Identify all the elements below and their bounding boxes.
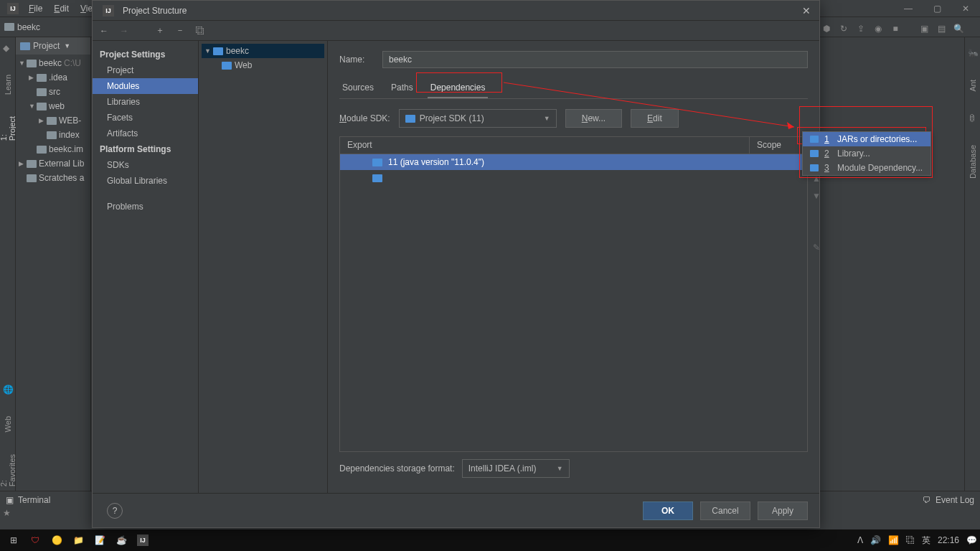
- module-sdk-combo[interactable]: Project SDK (11) ▼: [399, 109, 557, 128]
- terminal-icon[interactable]: ▣: [6, 495, 14, 505]
- tray-clock: 22:16: [938, 535, 959, 545]
- taskbar-app[interactable]: IJ: [132, 530, 154, 550]
- taskbar-app[interactable]: 🛡: [24, 530, 46, 550]
- start-button[interactable]: ⊞: [3, 530, 24, 550]
- settings-item-global-libraries[interactable]: Global Libraries: [93, 173, 198, 189]
- debug-icon[interactable]: ⬢: [821, 23, 832, 34]
- tray-notifications-icon[interactable]: 💬: [966, 535, 977, 545]
- dependency-row[interactable]: 11 (java version "11.0.4"): [340, 154, 807, 170]
- project-panel-header[interactable]: Project ▼: [16, 37, 90, 55]
- breadcrumb[interactable]: beekc: [4, 22, 40, 32]
- move-down-icon[interactable]: ▼: [811, 190, 822, 202]
- module-row[interactable]: Web: [202, 58, 324, 72]
- popup-item[interactable]: 3Module Dependency...: [803, 161, 930, 175]
- problems-item[interactable]: Problems: [93, 199, 198, 215]
- tray-up-icon[interactable]: ᐱ: [857, 535, 863, 545]
- menu-file[interactable]: File: [23, 2, 48, 15]
- tree-row[interactable]: beekc.im: [16, 142, 90, 156]
- settings-item-sdks[interactable]: SDKs: [93, 157, 198, 173]
- window-maximize[interactable]: ▢: [923, 0, 951, 17]
- run-toolbar: ▶ ⬢ ↻ ⇪ ◉ ■ ▣ ▤ 🔍: [804, 20, 964, 37]
- taskbar-app[interactable]: 📁: [67, 530, 89, 550]
- window-close[interactable]: ✕: [951, 0, 980, 17]
- tray-sound-icon[interactable]: 🔊: [870, 535, 881, 545]
- cancel-button[interactable]: Cancel: [700, 501, 750, 520]
- coverage-icon[interactable]: ↻: [838, 23, 849, 34]
- module-sdk-label: Module SDK:: [339, 113, 390, 123]
- popup-item[interactable]: 1JARs or directories...: [803, 132, 930, 146]
- tab-paths[interactable]: Paths: [388, 78, 416, 98]
- dependency-row[interactable]: [340, 170, 807, 186]
- ant-icon[interactable]: 🐜: [968, 48, 978, 58]
- profile-icon[interactable]: ⇪: [855, 23, 867, 34]
- settings-item-project[interactable]: Project: [93, 62, 198, 78]
- settings-item-modules[interactable]: Modules: [93, 78, 198, 94]
- attach-icon[interactable]: ◉: [872, 23, 884, 34]
- copy-icon[interactable]: ⿻: [194, 25, 206, 37]
- vcs-icon[interactable]: ▣: [918, 23, 930, 34]
- stop-icon[interactable]: ■: [890, 23, 901, 34]
- settings-item-artifacts[interactable]: Artifacts: [93, 126, 198, 141]
- tree-row[interactable]: ▼beekc C:\U: [16, 56, 90, 70]
- new-sdk-button[interactable]: New...: [565, 109, 622, 128]
- tray-wifi-icon[interactable]: 📶: [888, 535, 899, 545]
- project-panel-title: Project: [33, 41, 60, 51]
- ok-button[interactable]: OK: [643, 501, 693, 520]
- folder-icon: [27, 160, 37, 168]
- menu-edit[interactable]: Edit: [48, 2, 75, 15]
- eventlog-button[interactable]: Event Log: [936, 495, 974, 505]
- star-icon[interactable]: ★: [3, 508, 13, 518]
- learn-icon[interactable]: ◆: [3, 43, 13, 53]
- web-icon[interactable]: 🌐: [3, 385, 13, 395]
- gutter-ant[interactable]: Ant: [969, 80, 977, 92]
- tray-network-icon[interactable]: ⿻: [906, 535, 915, 545]
- dialog-close[interactable]: ✕: [799, 4, 814, 18]
- tree-row[interactable]: ▶External Lib: [16, 156, 90, 171]
- remove-icon[interactable]: －: [174, 25, 186, 37]
- taskbar-app[interactable]: ☕: [110, 530, 132, 550]
- taskbar-app[interactable]: 📝: [89, 530, 110, 550]
- back-icon[interactable]: ←: [98, 25, 110, 37]
- name-input[interactable]: [382, 51, 808, 68]
- storage-format-combo[interactable]: IntelliJ IDEA (.iml) ▼: [462, 459, 570, 478]
- project-panel: Project ▼ ▼beekc C:\U▶.ideasrc▼web▶WEB-i…: [16, 37, 91, 496]
- tree-row[interactable]: Scratches a: [16, 171, 90, 185]
- edit-sdk-button[interactable]: Edit: [631, 109, 679, 128]
- settings-item-libraries[interactable]: Libraries: [93, 94, 198, 110]
- folder-icon: [27, 174, 37, 182]
- tree-row[interactable]: src: [16, 85, 90, 99]
- taskbar-app[interactable]: 🟡: [46, 530, 67, 550]
- gutter-database[interactable]: Database: [969, 145, 977, 179]
- help-button[interactable]: ?: [107, 503, 123, 519]
- settings-item-facets[interactable]: Facets: [93, 110, 198, 126]
- windows-taskbar: ⊞ 🛡 🟡 📁 📝 ☕ IJ ᐱ 🔊 📶 ⿻ 英 22:16 💬: [0, 529, 980, 551]
- search-icon[interactable]: 🔍: [953, 23, 964, 34]
- chevron-down-icon[interactable]: ▼: [64, 42, 70, 50]
- tree-row[interactable]: index: [16, 128, 90, 142]
- tree-row[interactable]: ▶.idea: [16, 70, 90, 85]
- forward-icon[interactable]: →: [118, 25, 130, 37]
- folder-icon: [37, 103, 47, 110]
- tree-row[interactable]: ▼web: [16, 99, 90, 113]
- add-icon[interactable]: ＋: [154, 25, 166, 37]
- gutter-favorites[interactable]: 2: Favorites: [0, 454, 17, 486]
- breadcrumb-label: beekc: [17, 22, 40, 32]
- apply-button[interactable]: Apply: [758, 501, 808, 520]
- tab-sources[interactable]: Sources: [339, 78, 377, 98]
- module-row[interactable]: ▼beekc: [202, 44, 324, 58]
- window-minimize[interactable]: —: [894, 0, 923, 17]
- gutter-learn[interactable]: Learn: [4, 75, 12, 95]
- app-logo: IJ: [7, 3, 19, 14]
- popup-item[interactable]: 2Library...: [803, 146, 930, 161]
- terminal-button[interactable]: Terminal: [18, 495, 50, 505]
- database-icon[interactable]: 🛢: [968, 113, 978, 123]
- module-list: ▼beekcWeb: [199, 41, 328, 493]
- edit-dependency-icon[interactable]: ✎: [811, 242, 822, 253]
- tray-ime[interactable]: 英: [922, 534, 930, 547]
- folder-icon: [372, 174, 382, 182]
- tree-row[interactable]: ▶WEB-: [16, 113, 90, 128]
- gutter-web[interactable]: Web: [4, 416, 12, 432]
- gutter-project[interactable]: 1: Project: [0, 116, 17, 141]
- eventlog-icon[interactable]: 🗩: [923, 495, 931, 505]
- diff-icon[interactable]: ▤: [936, 23, 947, 34]
